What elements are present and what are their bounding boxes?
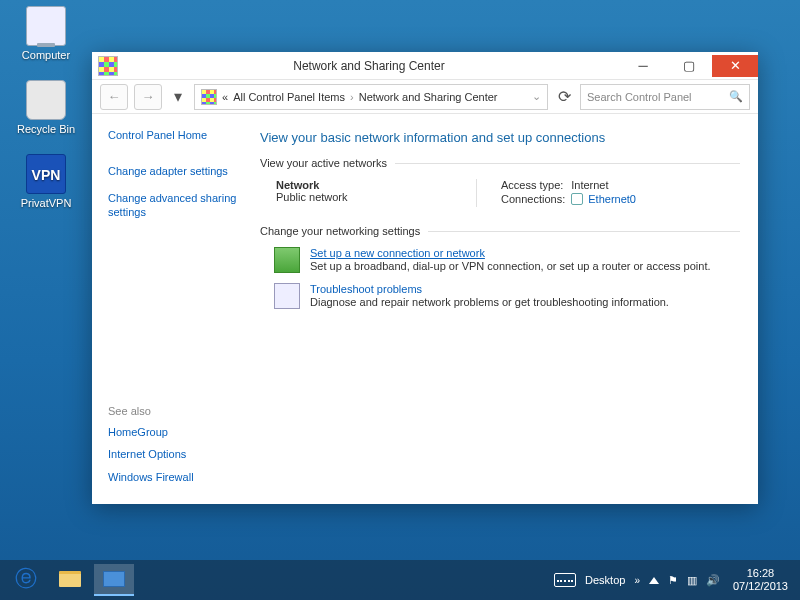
see-also-header: See also xyxy=(108,405,194,417)
connections-label: Connections: xyxy=(501,193,571,207)
search-icon: 🔍 xyxy=(729,90,743,103)
sidebar: Control Panel Home Change adapter settin… xyxy=(92,114,252,504)
chevron-right-icon: › xyxy=(350,91,354,103)
tray-overflow-icon[interactable] xyxy=(649,577,659,584)
page-heading: View your basic network information and … xyxy=(260,130,740,145)
desktop-toolbar-chevron-icon[interactable]: » xyxy=(634,575,640,586)
taskbar-ie-button[interactable]: ⓔ xyxy=(6,564,46,596)
divider xyxy=(395,163,740,164)
divider xyxy=(428,231,740,232)
forward-button[interactable]: → xyxy=(134,84,162,110)
history-dropdown[interactable]: ▾ xyxy=(168,84,188,110)
vpn-icon: VPN xyxy=(26,154,66,194)
window-title: Network and Sharing Center xyxy=(118,59,620,73)
tray-time: 16:28 xyxy=(733,567,788,580)
connection-link[interactable]: Ethernet0 xyxy=(588,193,636,205)
clock[interactable]: 16:28 07/12/2013 xyxy=(733,567,788,592)
tray-date: 07/12/2013 xyxy=(733,580,788,593)
system-tray: Desktop » ⚑ ▥ 🔊 16:28 07/12/2013 xyxy=(554,567,794,592)
access-type-label: Access type: xyxy=(501,179,571,193)
desktop-icon-label: PrivatVPN xyxy=(10,197,82,209)
folder-icon xyxy=(59,571,81,587)
address-bar: ← → ▾ « All Control Panel Items › Networ… xyxy=(92,80,758,114)
ie-icon: ⓔ xyxy=(15,564,37,594)
troubleshoot-link[interactable]: Troubleshoot problems xyxy=(310,283,669,295)
troubleshoot-action[interactable]: Troubleshoot problems Diagnose and repai… xyxy=(274,283,740,309)
setup-connection-action[interactable]: Set up a new connection or network Set u… xyxy=(274,247,740,273)
homegroup-link[interactable]: HomeGroup xyxy=(108,425,194,439)
setup-connection-icon xyxy=(274,247,300,273)
control-panel-home-link[interactable]: Control Panel Home xyxy=(108,128,242,142)
breadcrumb-item[interactable]: Network and Sharing Center xyxy=(359,91,498,103)
access-type-value: Internet xyxy=(571,179,642,193)
control-panel-icon xyxy=(98,56,118,76)
chevron-down-icon[interactable]: ⌄ xyxy=(532,90,541,103)
troubleshoot-desc: Diagnose and repair network problems or … xyxy=(310,296,669,308)
control-panel-icon xyxy=(201,89,217,105)
breadcrumb-prefix: « xyxy=(222,91,228,103)
control-panel-icon xyxy=(103,571,125,587)
volume-icon[interactable]: 🔊 xyxy=(706,574,720,587)
main-content: View your basic network information and … xyxy=(252,114,758,504)
desktop-icon-recycle-bin[interactable]: Recycle Bin xyxy=(10,80,82,135)
taskbar: ⓔ Desktop » ⚑ ▥ 🔊 16:28 07/12/2013 xyxy=(0,560,800,600)
recycle-bin-icon xyxy=(26,80,66,120)
network-sharing-center-window: Network and Sharing Center ─ ▢ ✕ ← → ▾ «… xyxy=(92,52,758,504)
desktop-icon-computer[interactable]: Computer xyxy=(10,6,82,61)
refresh-button[interactable]: ⟳ xyxy=(554,84,574,110)
troubleshoot-icon xyxy=(274,283,300,309)
network-tray-icon[interactable]: ▥ xyxy=(687,574,697,587)
internet-options-link[interactable]: Internet Options xyxy=(108,447,194,461)
taskbar-file-explorer-button[interactable] xyxy=(50,564,90,596)
ethernet-icon xyxy=(571,193,583,205)
breadcrumb-item[interactable]: All Control Panel Items xyxy=(233,91,345,103)
close-button[interactable]: ✕ xyxy=(712,55,758,77)
taskbar-nsc-button[interactable] xyxy=(94,564,134,596)
desktop-icon-privatvpn[interactable]: VPN PrivatVPN xyxy=(10,154,82,209)
active-network-block: Network Public network Access type: Inte… xyxy=(276,179,740,207)
windows-firewall-link[interactable]: Windows Firewall xyxy=(108,470,194,484)
breadcrumb-bar[interactable]: « All Control Panel Items › Network and … xyxy=(194,84,548,110)
change-adapter-settings-link[interactable]: Change adapter settings xyxy=(108,164,242,178)
see-also-section: See also HomeGroup Internet Options Wind… xyxy=(108,405,194,492)
action-center-icon[interactable]: ⚑ xyxy=(668,574,678,587)
change-settings-header: Change your networking settings xyxy=(260,225,420,237)
change-advanced-sharing-link[interactable]: Change advanced sharing settings xyxy=(108,191,242,220)
desktop-icon-label: Recycle Bin xyxy=(10,123,82,135)
back-button[interactable]: ← xyxy=(100,84,128,110)
maximize-button[interactable]: ▢ xyxy=(666,55,712,77)
setup-connection-desc: Set up a broadband, dial-up or VPN conne… xyxy=(310,260,711,272)
computer-icon xyxy=(26,6,66,46)
network-type: Public network xyxy=(276,191,476,203)
active-networks-header: View your active networks xyxy=(260,157,387,169)
desktop-toolbar-label[interactable]: Desktop xyxy=(585,574,625,586)
titlebar[interactable]: Network and Sharing Center ─ ▢ ✕ xyxy=(92,52,758,80)
minimize-button[interactable]: ─ xyxy=(620,55,666,77)
search-input[interactable]: Search Control Panel 🔍 xyxy=(580,84,750,110)
network-name: Network xyxy=(276,179,476,191)
desktop-icon-label: Computer xyxy=(10,49,82,61)
keyboard-icon[interactable] xyxy=(554,573,576,587)
setup-connection-link[interactable]: Set up a new connection or network xyxy=(310,247,711,259)
search-placeholder: Search Control Panel xyxy=(587,91,692,103)
